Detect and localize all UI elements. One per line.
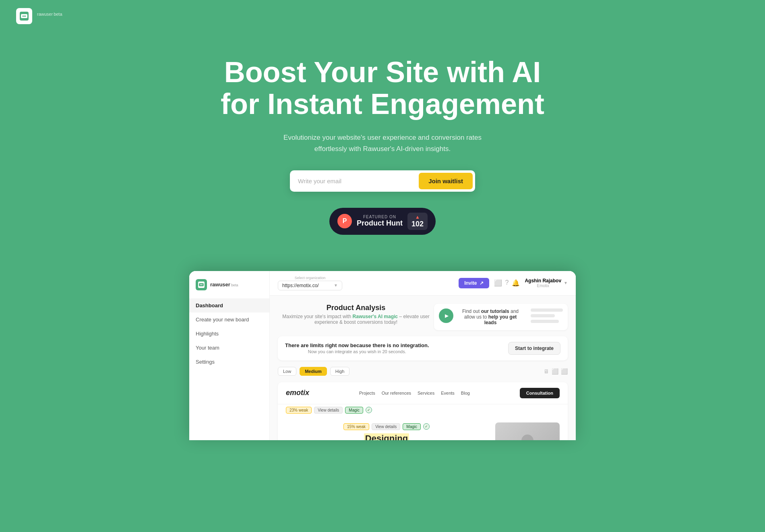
view-details-badge-2: View details	[372, 423, 400, 430]
sidebar-logo: rawuserbeta	[189, 279, 269, 298]
website-logo: emotix	[286, 389, 309, 397]
join-waitlist-button[interactable]: Join waitlist	[419, 173, 473, 189]
website-cta-btn: Consultation	[520, 388, 560, 398]
share-icon: ↗	[480, 280, 484, 286]
help-icon[interactable]: ?	[505, 279, 509, 287]
user-chevron-icon: ▼	[564, 281, 568, 285]
ph-text: FEATURED ON Product Hunt	[357, 215, 403, 228]
sidebar-item-settings[interactable]: Settings	[189, 355, 269, 369]
magic-badge-2: Magic	[403, 423, 421, 430]
website-body: 15% weak View details Magic ✓ Designing …	[278, 416, 568, 440]
main-content: Select organization https://emotix.co/ ▼…	[270, 271, 576, 440]
logo: rawuserbeta	[16, 8, 62, 24]
view-details-badge-1: View details	[314, 407, 343, 414]
svg-point-8	[201, 284, 202, 285]
tutorial-text: Find out our tutorials and allow us to h…	[458, 308, 523, 325]
website-hero-text: 15% weak View details Magic ✓ Designing …	[286, 422, 487, 440]
sidebar-brand: rawuserbeta	[210, 282, 238, 288]
dashboard-preview: rawuserbeta Dashboard Create your new bo…	[189, 271, 576, 440]
top-right: Invite ↗ ⬜ ? 🔔 Agshin Rajabov Emotix	[459, 278, 568, 288]
start-integrate-button[interactable]: Start to integrate	[508, 342, 560, 355]
check-icon: ✓	[366, 407, 372, 413]
check-icon-2: ✓	[423, 423, 430, 430]
level-selector: Low Medium High 🖥 ⬜ ⬜	[278, 367, 568, 376]
level-medium-btn[interactable]: Medium	[300, 367, 327, 376]
preview-wrapper: rawuserbeta Dashboard Create your new bo…	[0, 271, 765, 440]
weak-badges-row: 23% weak View details Magic ✓	[278, 404, 568, 416]
website-image	[495, 422, 560, 440]
magic-badge-1: Magic	[345, 407, 363, 414]
user-info: Agshin Rajabov Emotix ▼	[525, 278, 568, 288]
top-bar: Select organization https://emotix.co/ ▼…	[270, 271, 576, 296]
integration-alert: There are limits right now because there…	[278, 336, 568, 360]
sidebar: rawuserbeta Dashboard Create your new bo…	[189, 271, 270, 440]
org-dropdown[interactable]: https://emotix.co/ ▼	[278, 281, 342, 290]
weak-badge-1: 23% weak	[286, 407, 312, 414]
product-hunt-badge[interactable]: P FEATURED ON Product Hunt ▲ 102	[329, 208, 436, 235]
sidebar-logo-icon	[196, 279, 207, 290]
level-high-btn[interactable]: High	[330, 367, 350, 376]
navbar: rawuserbeta	[0, 0, 765, 32]
email-form: Join waitlist	[290, 170, 475, 192]
hero-subtext: Evolutionize your website's user experie…	[282, 132, 483, 154]
ph-logo: P	[337, 214, 352, 228]
invite-button[interactable]: Invite ↗	[459, 278, 489, 288]
monitor-icon[interactable]: 🖥	[544, 368, 549, 375]
svg-point-7	[200, 284, 201, 285]
hero-section: Boost Your Site with AI for Instant Enga…	[0, 32, 765, 271]
tutorial-card: Find out our tutorials and allow us to h…	[434, 304, 568, 330]
website-preview: emotix Projects Our references Services …	[278, 382, 568, 440]
website-nav: emotix Projects Our references Services …	[278, 382, 568, 404]
brand-name: rawuserbeta	[36, 12, 62, 21]
email-input[interactable]	[292, 173, 419, 189]
hero-headline: Boost Your Site with AI for Instant Enga…	[201, 56, 564, 120]
sidebar-item-team[interactable]: Your team	[189, 341, 269, 355]
sidebar-item-create-board[interactable]: Create your new board	[189, 313, 269, 327]
svg-point-2	[23, 16, 24, 17]
svg-point-9	[202, 284, 203, 285]
svg-point-4	[25, 16, 26, 17]
logo-icon	[16, 8, 32, 24]
sidebar-item-highlights[interactable]: Highlights	[189, 327, 269, 341]
svg-point-10	[521, 435, 533, 440]
weak-badge-2: 15% weak	[343, 423, 369, 430]
chevron-down-icon: ▼	[334, 283, 338, 288]
play-button[interactable]	[439, 308, 453, 323]
view-options: 🖥 ⬜ ⬜	[544, 368, 568, 375]
level-low-btn[interactable]: Low	[278, 367, 296, 376]
org-select: Select organization https://emotix.co/ ▼	[278, 276, 342, 290]
top-icons: ⬜ ? 🔔	[494, 279, 520, 287]
svg-point-3	[24, 16, 25, 17]
bell-icon[interactable]: 🔔	[512, 279, 520, 287]
content-area: Product Analysis Maximize your site's im…	[270, 296, 576, 440]
website-headline: Designing experiences that win users' he…	[286, 433, 487, 440]
weak-badge-row-2: 15% weak View details Magic ✓	[343, 423, 430, 430]
section-subtitle: Maximize your site's impact with Rawuser…	[278, 314, 434, 325]
mobile-icon[interactable]: ⬜	[561, 368, 568, 375]
website-nav-links: Projects Our references Services Events …	[359, 391, 470, 395]
tablet-icon[interactable]: ⬜	[552, 368, 558, 375]
sidebar-item-dashboard[interactable]: Dashboard	[189, 298, 269, 313]
screen-icon[interactable]: ⬜	[494, 279, 502, 287]
section-title: Product Analysis	[278, 304, 434, 312]
ph-count: ▲ 102	[407, 213, 428, 230]
